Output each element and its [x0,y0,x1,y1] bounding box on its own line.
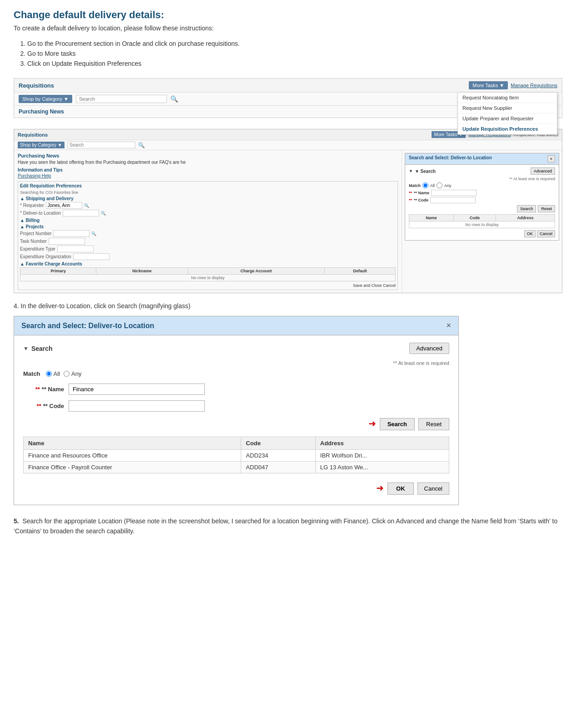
table-cell-name: Finance Office - Payroll Counter [24,462,241,473]
cancel-button[interactable]: Cancel [417,482,449,495]
nested-col-code: Code [454,215,496,221]
any-radio[interactable] [64,371,70,377]
nested-search-bar: Shop by Category ▼ 🔍 [14,140,562,150]
dropdown-item-3[interactable]: Update Preparer and Requester [458,113,557,124]
nested-requester-row: * Requester 🔍 [20,202,396,209]
table-row[interactable]: Finance Office - Payroll CounterADD047LG… [24,462,449,473]
code-star: ** [37,403,41,409]
req-bar-right: More Tasks ▼ Manage Requisitions Request… [469,81,557,89]
results-table-head: Name Code Address [24,437,449,450]
all-radio[interactable] [46,371,52,377]
nested-name-label: ** Name [414,191,429,195]
dialog-close-button[interactable]: × [446,321,451,330]
nested-match-label: Match [409,183,421,188]
nested-exp-label: Expenditure Type [20,246,55,251]
instructions-list: Go to the Procurement section in Oracle … [27,40,562,67]
required-note: ** At least one is required [23,360,449,366]
code-input[interactable] [69,400,205,412]
main-dialog: Search and Select: Deliver-to Location ×… [14,316,459,505]
nested-left-panel: Purchasing News Have you seen the latest… [14,150,402,293]
col-address-header: Address [315,437,449,450]
shop-category-button[interactable]: Shop by Category ▼ [19,95,72,103]
reset-button[interactable]: Reset [418,418,449,430]
nested-code-input[interactable] [430,197,476,203]
col-code-header: Code [241,437,315,450]
nested-body: Purchasing News Have you seen the latest… [14,150,562,293]
table-cell-address: IBR Wolfson Dri... [315,450,449,462]
ok-cancel-row: ➜ OK Cancel [23,480,449,497]
search-button[interactable]: Search [380,418,415,430]
nested-ok-button[interactable]: OK [524,230,536,237]
nested-req-icon[interactable]: 🔍 [84,203,89,208]
nested-project-row: Project Number 🔍 [20,230,396,237]
nested-results-table: Name Code Address No rows to display [409,214,555,228]
nested-search-input[interactable] [67,142,135,148]
nested-edit-title: Searching for COI Favorites line [20,190,396,195]
table-row[interactable]: Finance and Resources OfficeADD234IBR Wo… [24,450,449,462]
fav-nodata: No rows to display [20,275,396,281]
nested-ok-row: OK Cancel [409,230,555,237]
nested-btn-row: Search Reset [409,205,555,212]
nested-advanced-button[interactable]: Advanced [531,167,555,175]
match-row: Match All Any [23,370,449,377]
nested-task-input[interactable] [49,238,85,245]
triangle-icon: ▼ [23,345,29,352]
nested-exp-input[interactable] [57,246,94,252]
search-input-top[interactable] [76,95,167,103]
nested-reset-button[interactable]: Reset [538,205,555,212]
search-section-label: Search [31,345,53,352]
manage-req-link[interactable]: Manage Requisitions [511,83,557,88]
nested-info-link[interactable]: Purchasing Help [18,173,398,178]
advanced-button[interactable]: Advanced [409,343,449,354]
nested-exporg-label: Expenditure Organization [20,254,71,259]
fav-col-primary: Primary [20,268,96,275]
name-field-row: ** ** Name [23,384,449,395]
fav-col-nickname: Nickname [96,268,188,275]
dropdown-item-2[interactable]: Request New Supplier [458,103,557,113]
nested-search-section-label: ▼ Search [415,169,436,174]
match-label: Match [23,370,40,377]
nested-name-input[interactable] [431,190,477,196]
nested-code-star: ** [409,198,412,202]
nested-requester-input[interactable] [46,202,82,209]
arrow-annotation-search: ➜ [368,418,376,430]
nested-exporg-input[interactable] [73,253,109,260]
dropdown-item-1[interactable]: Request Noncatalog Item [458,93,557,103]
nested-dialog: Search and Select: Deliver-to Location ×… [405,153,559,241]
nested-news-text: Have you seen the latest offering from t… [18,160,398,165]
nested-cancel-button[interactable]: Cancel [537,230,555,237]
nested-fav-label: ▲ Favorite Charge Accounts [20,261,396,266]
nested-deliver-input[interactable] [63,210,99,216]
ok-button[interactable]: OK [387,482,414,495]
nested-deliver-row: * Deliver-to Location 🔍 [20,210,396,216]
nested-project-icon[interactable]: 🔍 [91,231,96,236]
nested-project-input[interactable] [53,230,89,237]
any-label: Any [71,370,81,377]
nested-billing-label: ▲ Billing [20,218,396,223]
dropdown-item-4[interactable]: Update Requisition Preferences [458,124,557,134]
fav-col-default: Default [324,268,395,275]
nested-nodata: No rows to display [409,221,555,228]
nested-col-address: Address [496,215,555,221]
name-input[interactable] [69,384,205,395]
page-subtitle: To create a default delivery to location… [14,25,562,32]
nested-pref-title: Edit Requisition Preferences [20,183,396,188]
nested-dialog-close[interactable]: × [547,155,555,162]
more-tasks-button[interactable]: More Tasks ▼ [469,81,508,89]
nested-requester-label: * Requester [20,203,44,208]
nested-project-label: Project Number [20,231,51,236]
nested-any-radio[interactable] [437,182,442,188]
nested-deliver-label: * Deliver-to Location [20,211,61,216]
nested-search-icon: 🔍 [138,142,145,148]
nested-shop-btn[interactable]: Shop by Category ▼ [18,142,65,148]
nested-search-button[interactable]: Search [517,205,536,212]
nested-projects-label: ▲ Projects [20,224,396,229]
table-cell-address: LG 13 Aston We... [315,462,449,473]
nested-fav-table: Primary Nickname Charge Account Default … [20,267,396,281]
nested-info-label: Information and Tips [18,167,398,172]
results-table-body: Finance and Resources OfficeADD234IBR Wo… [24,450,449,473]
nested-news-label: Purchasing News [18,153,398,158]
nested-all-radio[interactable] [422,182,428,188]
nested-shipping-label: ▲ Shipping and Delivery [20,196,396,201]
nested-deliver-icon[interactable]: 🔍 [101,211,106,216]
